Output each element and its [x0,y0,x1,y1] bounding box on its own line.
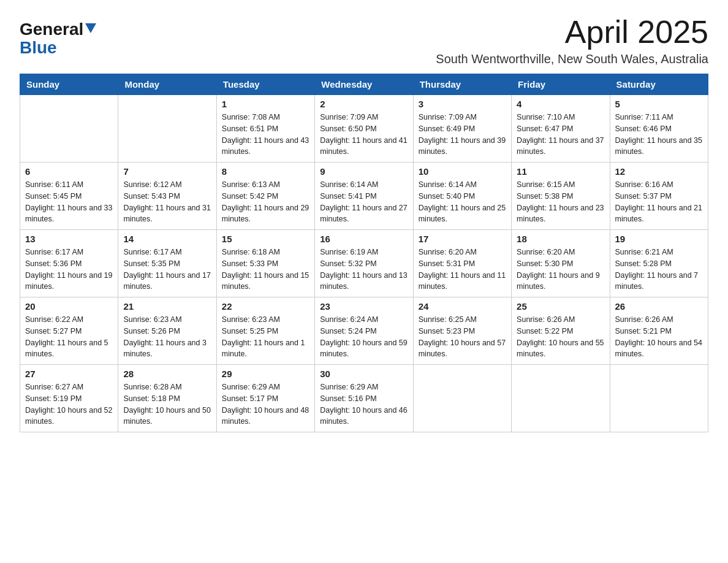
day-number: 30 [320,369,408,379]
day-number: 13 [25,234,113,244]
logo: General Blue [20,20,96,58]
day-cell: 23 Sunrise: 6:24 AM Sunset: 5:24 PM Dayl… [315,297,413,365]
logo-general: General [20,20,83,39]
day-info: Sunrise: 6:27 AM Sunset: 5:19 PM Dayligh… [25,381,113,427]
sunset-text: Sunset: 5:18 PM [123,394,180,403]
day-cell: 3 Sunrise: 7:09 AM Sunset: 6:49 PM Dayli… [413,95,511,163]
day-cell: 28 Sunrise: 6:28 AM Sunset: 5:18 PM Dayl… [118,365,216,432]
daylight-text: Daylight: 11 hours and 41 minutes. [320,136,407,156]
day-cell: 24 Sunrise: 6:25 AM Sunset: 5:23 PM Dayl… [413,297,511,365]
sunset-text: Sunset: 5:41 PM [320,192,376,201]
day-info: Sunrise: 6:16 AM Sunset: 5:37 PM Dayligh… [615,179,703,225]
day-cell: 18 Sunrise: 6:20 AM Sunset: 5:30 PM Dayl… [512,230,610,297]
day-info: Sunrise: 6:11 AM Sunset: 5:45 PM Dayligh… [25,179,113,225]
day-number: 17 [419,234,506,244]
daylight-text: Daylight: 11 hours and 39 minutes. [419,136,506,156]
sunset-text: Sunset: 5:27 PM [25,327,82,335]
daylight-text: Daylight: 11 hours and 13 minutes. [320,271,407,291]
sunrise-text: Sunrise: 6:24 AM [320,315,378,324]
day-number: 27 [25,369,113,379]
day-info: Sunrise: 6:23 AM Sunset: 5:25 PM Dayligh… [222,314,309,360]
day-number: 29 [222,369,309,379]
day-cell: 10 Sunrise: 6:14 AM Sunset: 5:40 PM Dayl… [413,163,511,230]
daylight-text: Daylight: 11 hours and 5 minutes. [25,339,108,359]
day-number: 24 [419,301,506,312]
daylight-text: Daylight: 11 hours and 37 minutes. [517,136,604,156]
day-number: 5 [615,99,703,109]
day-cell: 14 Sunrise: 6:17 AM Sunset: 5:35 PM Dayl… [118,230,216,297]
sunrise-text: Sunrise: 7:11 AM [615,113,673,121]
sunrise-text: Sunrise: 6:26 AM [517,315,575,324]
header-tuesday: Tuesday [216,74,314,95]
day-cell: 13 Sunrise: 6:17 AM Sunset: 5:36 PM Dayl… [20,230,118,297]
header-wednesday: Wednesday [315,74,413,95]
day-cell: 27 Sunrise: 6:27 AM Sunset: 5:19 PM Dayl… [20,365,118,432]
day-info: Sunrise: 6:19 AM Sunset: 5:32 PM Dayligh… [320,247,408,293]
daylight-text: Daylight: 11 hours and 1 minute. [222,339,305,359]
day-cell: 6 Sunrise: 6:11 AM Sunset: 5:45 PM Dayli… [20,163,118,230]
day-info: Sunrise: 6:28 AM Sunset: 5:18 PM Dayligh… [123,381,211,427]
day-cell [118,95,216,163]
day-number: 18 [517,234,604,244]
daylight-text: Daylight: 10 hours and 57 minutes. [419,339,506,359]
sunrise-text: Sunrise: 7:08 AM [222,113,280,121]
day-info: Sunrise: 7:09 AM Sunset: 6:49 PM Dayligh… [419,112,506,158]
day-info: Sunrise: 6:14 AM Sunset: 5:40 PM Dayligh… [419,179,506,225]
day-info: Sunrise: 6:13 AM Sunset: 5:42 PM Dayligh… [222,179,309,225]
sunrise-text: Sunrise: 6:12 AM [123,180,181,189]
header-monday: Monday [118,74,216,95]
sunset-text: Sunset: 5:38 PM [517,192,573,201]
sunset-text: Sunset: 5:30 PM [517,259,573,268]
sunset-text: Sunset: 5:43 PM [123,192,180,201]
day-info: Sunrise: 7:08 AM Sunset: 6:51 PM Dayligh… [222,112,309,158]
day-info: Sunrise: 6:20 AM Sunset: 5:31 PM Dayligh… [419,247,506,293]
sunrise-text: Sunrise: 6:23 AM [222,315,280,324]
sunset-text: Sunset: 5:42 PM [222,192,278,201]
day-info: Sunrise: 6:15 AM Sunset: 5:38 PM Dayligh… [517,179,604,225]
sunset-text: Sunset: 5:22 PM [517,327,573,335]
day-cell: 1 Sunrise: 7:08 AM Sunset: 6:51 PM Dayli… [216,95,314,163]
daylight-text: Daylight: 11 hours and 35 minutes. [615,136,702,156]
sunset-text: Sunset: 6:49 PM [419,124,475,133]
weekday-header-row: Sunday Monday Tuesday Wednesday Thursday… [20,74,708,95]
daylight-text: Daylight: 11 hours and 17 minutes. [123,271,210,291]
day-number: 20 [25,301,113,312]
day-number: 28 [123,369,211,379]
sunrise-text: Sunrise: 6:20 AM [517,248,575,256]
sunrise-text: Sunrise: 6:15 AM [517,180,575,189]
week-row-1: 1 Sunrise: 7:08 AM Sunset: 6:51 PM Dayli… [20,95,708,163]
daylight-text: Daylight: 10 hours and 50 minutes. [123,406,210,426]
sunset-text: Sunset: 5:45 PM [25,192,82,201]
daylight-text: Daylight: 11 hours and 23 minutes. [517,204,604,224]
sunrise-text: Sunrise: 6:23 AM [123,315,181,324]
daylight-text: Daylight: 11 hours and 31 minutes. [123,204,210,224]
sunset-text: Sunset: 5:32 PM [320,259,376,268]
daylight-text: Daylight: 10 hours and 55 minutes. [517,339,604,359]
sunset-text: Sunset: 5:24 PM [320,327,376,335]
day-info: Sunrise: 6:26 AM Sunset: 5:22 PM Dayligh… [517,314,604,360]
sunrise-text: Sunrise: 6:20 AM [419,248,477,256]
day-cell: 25 Sunrise: 6:26 AM Sunset: 5:22 PM Dayl… [512,297,610,365]
day-cell: 4 Sunrise: 7:10 AM Sunset: 6:47 PM Dayli… [512,95,610,163]
day-cell: 11 Sunrise: 6:15 AM Sunset: 5:38 PM Dayl… [512,163,610,230]
day-info: Sunrise: 6:21 AM Sunset: 5:28 PM Dayligh… [615,247,703,293]
logo-blue: Blue [20,38,57,58]
week-row-2: 6 Sunrise: 6:11 AM Sunset: 5:45 PM Dayli… [20,163,708,230]
day-number: 7 [123,166,211,177]
sunrise-text: Sunrise: 7:10 AM [517,113,575,121]
location-title: South Wentworthville, New South Wales, A… [436,52,708,66]
sunset-text: Sunset: 5:40 PM [419,192,475,201]
day-number: 3 [419,99,506,109]
sunrise-text: Sunrise: 6:29 AM [320,383,378,391]
daylight-text: Daylight: 10 hours and 52 minutes. [25,406,112,426]
daylight-text: Daylight: 11 hours and 7 minutes. [615,271,699,291]
day-cell: 15 Sunrise: 6:18 AM Sunset: 5:33 PM Dayl… [216,230,314,297]
day-number: 6 [25,166,113,177]
sunset-text: Sunset: 5:35 PM [123,259,180,268]
sunset-text: Sunset: 5:37 PM [615,192,672,201]
day-info: Sunrise: 6:26 AM Sunset: 5:21 PM Dayligh… [615,314,703,360]
sunrise-text: Sunrise: 6:14 AM [419,180,477,189]
daylight-text: Daylight: 11 hours and 25 minutes. [419,204,506,224]
sunrise-text: Sunrise: 6:17 AM [123,248,181,256]
day-cell [610,365,708,432]
